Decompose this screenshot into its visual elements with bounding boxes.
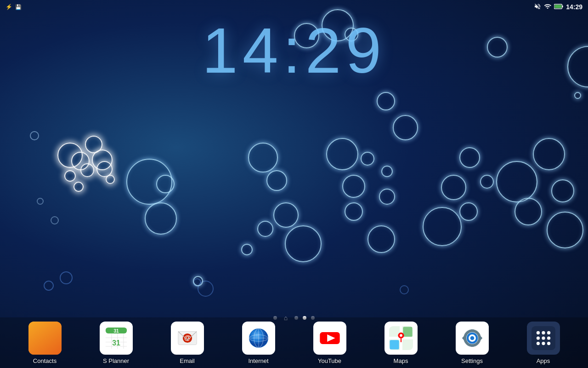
svg-rect-1	[554, 5, 561, 8]
splanner-label: S Planner	[103, 357, 129, 364]
svg-rect-36	[390, 340, 399, 349]
svg-point-59	[536, 336, 539, 339]
email-icon[interactable]: @	[171, 322, 204, 355]
dock-item-email[interactable]: @ Email	[164, 322, 210, 364]
settings-icon[interactable]	[456, 322, 489, 355]
youtube-label: YouTube	[318, 357, 341, 364]
clock-display: 14:29	[202, 18, 386, 83]
dock-item-contacts[interactable]: Contacts	[22, 322, 68, 364]
dock-item-splanner[interactable]: 31 31 S Planner	[93, 322, 139, 364]
svg-point-58	[547, 331, 550, 334]
youtube-icon[interactable]	[313, 322, 346, 355]
settings-label: Settings	[461, 357, 483, 364]
svg-point-61	[547, 336, 550, 339]
svg-point-60	[542, 336, 545, 339]
internet-icon[interactable]	[242, 322, 275, 355]
contacts-label: Contacts	[33, 357, 57, 364]
storage-icon: 💾	[15, 4, 22, 10]
mute-icon	[534, 3, 541, 12]
svg-point-54	[470, 336, 474, 340]
svg-point-5	[38, 340, 52, 350]
dock-item-maps[interactable]: Maps	[378, 322, 424, 364]
svg-point-64	[547, 341, 550, 345]
dock-item-settings[interactable]: Settings	[449, 322, 495, 364]
clock-widget: 14:29	[202, 18, 386, 83]
svg-rect-43	[471, 329, 474, 332]
svg-point-4	[40, 330, 49, 339]
wifi-icon	[544, 3, 551, 12]
apps-icon[interactable]	[527, 322, 560, 355]
maps-icon[interactable]	[384, 322, 418, 355]
svg-rect-44	[471, 344, 474, 347]
svg-point-38	[400, 334, 402, 337]
svg-text:31: 31	[112, 339, 120, 346]
battery-icon	[554, 4, 563, 11]
svg-rect-2	[562, 5, 563, 7]
status-time: 14:29	[566, 3, 582, 11]
internet-label: Internet	[248, 357, 268, 364]
usb-icon: ⚡	[6, 4, 12, 10]
splanner-icon[interactable]: 31 31	[100, 322, 133, 355]
svg-rect-3	[33, 326, 57, 350]
svg-point-62	[536, 341, 539, 345]
svg-point-57	[542, 331, 545, 334]
contacts-icon[interactable]	[28, 322, 62, 355]
apps-label: Apps	[537, 357, 550, 364]
email-label: Email	[180, 357, 195, 364]
status-bar: ⚡ 💾 14:29	[0, 0, 588, 14]
dock-item-youtube[interactable]: YouTube	[307, 322, 353, 364]
maps-label: Maps	[394, 357, 408, 364]
dock-item-apps[interactable]: Apps	[520, 322, 566, 364]
svg-point-56	[536, 331, 539, 334]
status-right-icons: 14:29	[534, 3, 582, 12]
dock-item-internet[interactable]: Internet	[236, 322, 282, 364]
svg-rect-35	[403, 327, 412, 337]
svg-text:31: 31	[113, 328, 119, 334]
status-left-icons: ⚡ 💾	[6, 4, 22, 10]
svg-point-63	[542, 341, 545, 345]
dock: Contacts 31 31 S Planner	[0, 317, 588, 368]
